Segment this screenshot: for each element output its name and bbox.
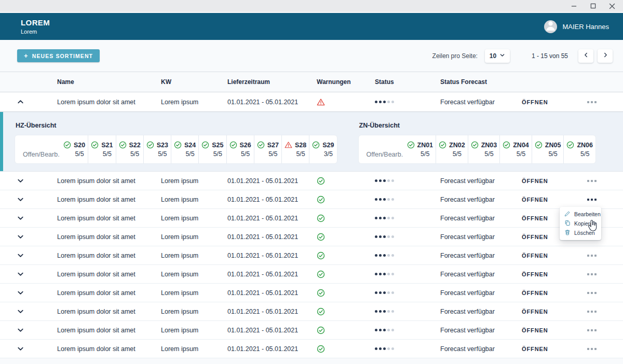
close-icon[interactable]	[608, 2, 616, 10]
row-status-forecast: Forecast verfügbar	[440, 215, 522, 222]
user-menu[interactable]: MAIER Hannes	[544, 20, 609, 33]
maximize-icon[interactable]	[589, 2, 597, 10]
column-header-warnungen: Warnungen	[317, 78, 375, 86]
row-expander[interactable]	[0, 214, 57, 222]
row-actions-button[interactable]	[586, 99, 598, 106]
context-menu-item-bearbeiten[interactable]: Bearbeiten	[560, 209, 601, 219]
check-circle-icon	[201, 141, 209, 149]
page-subtitle: Lorem	[21, 29, 50, 35]
prev-page-button[interactable]	[578, 49, 593, 63]
row-name: Lorem ipsum dolor sit amet	[57, 327, 161, 334]
chip-label: S22	[129, 142, 141, 149]
row-status-dots	[375, 179, 440, 182]
column-header-status-forecast: Status Forecast	[440, 78, 522, 86]
row-status-forecast: Forecast verfügbar	[440, 252, 522, 259]
row-actions-button[interactable]	[586, 271, 598, 278]
neues-sortiment-button[interactable]: + NEUES SORTIMENT	[17, 49, 100, 62]
column-header-lieferzeitraum: Lieferzeitraum	[227, 78, 317, 86]
row-actions-button[interactable]	[586, 308, 598, 315]
context-menu-label: Bearbeiten	[574, 211, 601, 217]
chip-label: ZN01	[417, 142, 434, 149]
row-name: Lorem ipsum dolor sit amet	[57, 233, 161, 241]
chip-label: ZN04	[513, 142, 529, 149]
table-row: Lorem ipsum dolor sit amet Lorem ipsum 0…	[0, 340, 623, 358]
pagination-controls: Zeilen pro Seite: 10 1 - 15 von 55	[432, 49, 613, 63]
chip-value: 5/5	[421, 150, 429, 158]
open-button[interactable]: ÖFFNEN	[522, 327, 548, 333]
status-chip: S24 5/5	[171, 135, 198, 163]
open-button[interactable]: ÖFFNEN	[522, 309, 548, 315]
open-button[interactable]: ÖFFNEN	[522, 215, 548, 221]
open-button[interactable]: ÖFFNEN	[522, 178, 548, 184]
table-row: Lorem ipsum dolor sit amet Lorem ipsum 0…	[0, 246, 623, 265]
minimize-icon[interactable]	[570, 2, 578, 10]
table-row: Lorem ipsum dolor sit amet Lorem ipsum 0…	[0, 92, 623, 112]
row-warning	[317, 307, 375, 316]
chevron-down-icon	[17, 177, 24, 185]
chip-label: S24	[184, 142, 196, 149]
open-button[interactable]: ÖFFNEN	[522, 253, 548, 259]
row-actions-button[interactable]	[586, 327, 598, 334]
row-expander[interactable]	[0, 233, 57, 241]
row-kw: Lorem ipsum	[161, 308, 227, 315]
row-actions-button[interactable]	[586, 289, 598, 297]
row-kw: Lorem ipsum	[161, 271, 227, 278]
row-lieferzeitraum: 01.01.2021 - 05.01.2021	[227, 233, 317, 241]
open-button[interactable]: ÖFFNEN	[522, 271, 548, 277]
status-chip: S25 5/5	[198, 135, 226, 163]
status-chip: S27 5/5	[254, 135, 281, 163]
row-expander[interactable]	[0, 195, 57, 203]
row-expander[interactable]	[0, 98, 57, 106]
chevron-down-icon	[17, 195, 24, 203]
row-expander[interactable]	[0, 251, 57, 259]
row-lieferzeitraum: 01.01.2021 - 05.01.2021	[227, 289, 317, 297]
pagination-range: 1 - 15 von 55	[532, 52, 568, 60]
row-actions-button[interactable]	[586, 196, 598, 203]
chevron-left-icon	[583, 52, 589, 60]
row-expander[interactable]	[0, 345, 57, 353]
row-name: Lorem ipsum dolor sit amet	[57, 177, 161, 185]
status-chip: S22 5/5	[116, 135, 143, 163]
open-button[interactable]: ÖFFNEN	[522, 234, 548, 240]
row-expander[interactable]	[0, 289, 57, 297]
rows-after-panel: Lorem ipsum dolor sit amet Lorem ipsum 0…	[0, 172, 623, 358]
expansion-panel: HZ-Übersicht Offen/Bearb. S20 5/5 S21 5/…	[0, 112, 623, 172]
row-actions-button[interactable]	[586, 177, 598, 185]
column-header-kw: KW	[161, 78, 227, 86]
table-row: Lorem ipsum dolor sit amet Lorem ipsum 0…	[0, 284, 623, 302]
row-lieferzeitraum: 01.01.2021 - 05.01.2021	[227, 99, 317, 106]
row-expander[interactable]	[0, 326, 57, 334]
next-page-button[interactable]	[598, 49, 613, 63]
zn-row-label: Offen/Bearb.	[359, 151, 404, 163]
row-actions-button[interactable]	[586, 345, 598, 353]
open-button[interactable]: ÖFFNEN	[522, 99, 548, 105]
row-lieferzeitraum: 01.01.2021 - 05.01.2021	[227, 196, 317, 203]
status-chip: S23 5/5	[143, 135, 171, 163]
open-button[interactable]: ÖFFNEN	[522, 346, 548, 352]
hz-title: HZ-Übersicht	[16, 122, 337, 129]
chevron-down-icon	[17, 307, 24, 315]
copy-icon	[564, 220, 571, 227]
open-button[interactable]: ÖFFNEN	[522, 197, 548, 203]
plus-icon: +	[24, 52, 29, 59]
pencil-icon	[564, 211, 571, 218]
row-expander[interactable]	[0, 270, 57, 278]
row-name: Lorem ipsum dolor sit amet	[57, 308, 161, 315]
context-menu-item-loeschen[interactable]: Löschen	[560, 228, 601, 237]
row-status-dots	[375, 198, 440, 201]
chevron-down-icon	[17, 345, 24, 353]
row-expander[interactable]	[0, 307, 57, 315]
chip-value: 5/5	[103, 150, 112, 158]
zn-section: ZN-Übersicht Offen/Bearb. ZN01 5/5 ZN02 …	[358, 122, 596, 171]
open-button[interactable]: ÖFFNEN	[522, 290, 548, 296]
table-row: Lorem ipsum dolor sit amet Lorem ipsum 0…	[0, 172, 623, 190]
row-status-forecast: Forecast verfügbar	[440, 177, 522, 185]
row-expander[interactable]	[0, 177, 57, 185]
page-title: LOREM	[21, 18, 50, 27]
context-menu-item-kopieren[interactable]: Kopieren	[560, 219, 601, 228]
row-status-dots	[375, 310, 440, 313]
row-actions-button[interactable]	[586, 252, 598, 259]
column-header-name: Name	[57, 78, 161, 86]
chip-label: S29	[322, 142, 334, 149]
rows-per-page-select[interactable]: 10	[485, 49, 510, 63]
